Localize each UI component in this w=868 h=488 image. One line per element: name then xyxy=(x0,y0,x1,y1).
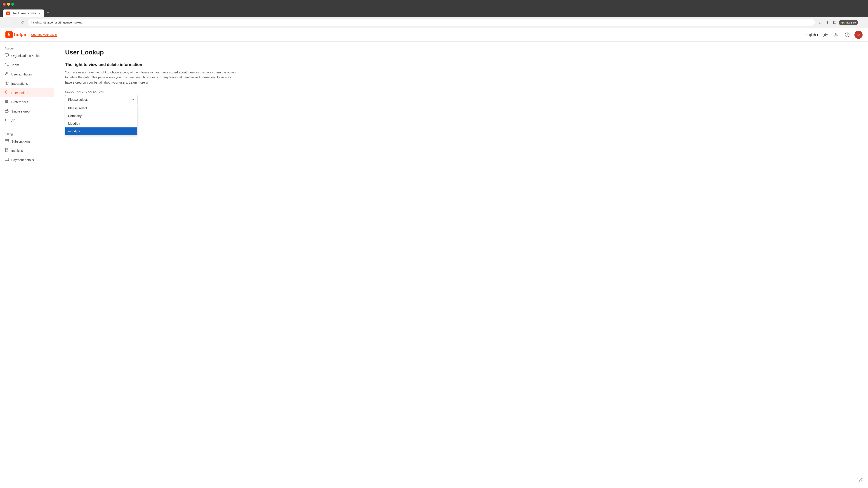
svg-rect-23 xyxy=(5,158,9,161)
org-dropdown-menu: Please select... Company 2 Moodjoy moodj… xyxy=(65,104,137,135)
new-tab-btn[interactable]: + xyxy=(44,9,52,16)
app-header: hotjar Upgrade your plans English ▾ xyxy=(0,28,868,41)
new-users-btn[interactable] xyxy=(822,31,829,38)
dropdown-option-please-select[interactable]: Please select... xyxy=(65,104,137,112)
api-label: API xyxy=(11,119,17,123)
api-icon xyxy=(4,118,9,123)
invoices-icon xyxy=(4,148,9,153)
bookmark-btn[interactable]: ☆ xyxy=(817,20,823,26)
external-link-icon: ⧉ xyxy=(146,81,148,84)
svg-point-13 xyxy=(5,91,8,93)
forward-btn[interactable]: → xyxy=(11,20,17,26)
preferences-label: Preferences xyxy=(11,100,28,104)
dropdown-option-moodjoy[interactable]: Moodjoy xyxy=(65,120,137,127)
active-tab[interactable]: H User Lookup - Hotjar × xyxy=(3,9,44,17)
sidebar: Account Organizations & sites xyxy=(0,41,54,488)
org-dropdown-container: Please select... ▼ Please select... Comp… xyxy=(65,95,137,104)
sso-label: Single sign-on xyxy=(11,109,31,113)
sidebar-item-team[interactable]: Team xyxy=(0,60,54,70)
organizations-icon xyxy=(4,53,9,58)
browser-tabs: H User Lookup - Hotjar × + xyxy=(0,8,868,17)
language-selector[interactable]: English ▾ xyxy=(805,33,818,37)
hotjar-logo-icon xyxy=(5,31,13,38)
payment-label: Payment details xyxy=(11,158,34,162)
sidebar-item-payment[interactable]: Payment details xyxy=(0,155,54,164)
payment-icon xyxy=(4,157,9,162)
svg-point-1 xyxy=(824,33,826,34)
tab-close-btn[interactable]: × xyxy=(39,11,40,15)
avatar[interactable]: U xyxy=(855,31,863,39)
svg-line-14 xyxy=(7,93,8,94)
svg-rect-7 xyxy=(5,54,8,56)
organizations-label: Organizations & sites xyxy=(11,54,41,58)
tab-label: User Lookup - Hotjar xyxy=(12,12,37,15)
section-title: The right to view and delete information xyxy=(65,62,857,67)
svg-rect-18 xyxy=(5,110,8,112)
invoices-label: Invoices xyxy=(11,149,23,153)
subscriptions-icon xyxy=(4,139,9,144)
sidebar-item-invoices[interactable]: Invoices xyxy=(0,146,54,155)
traffic-close[interactable] xyxy=(3,3,6,6)
sso-icon xyxy=(4,109,9,114)
more-btn[interactable]: ⋮ xyxy=(859,20,865,26)
user-attributes-icon xyxy=(4,72,9,77)
sidebar-item-integrations[interactable]: Integrations xyxy=(0,79,54,88)
download-btn[interactable]: ⬇ xyxy=(824,20,831,26)
preferences-icon xyxy=(4,99,9,105)
sidebar-item-user-lookup[interactable]: User lookup xyxy=(0,88,54,97)
tab-favicon: H xyxy=(6,11,10,15)
address-bar[interactable]: insights.hotjar.com/settings/user-lookup xyxy=(27,19,815,26)
integrations-icon xyxy=(4,81,9,86)
profile-btn[interactable] xyxy=(833,31,840,38)
upgrade-link[interactable]: Upgrade your plans xyxy=(31,33,57,37)
sidebar-item-organizations[interactable]: Organizations & sites xyxy=(0,51,54,60)
svg-point-12 xyxy=(6,83,7,84)
traffic-lights xyxy=(3,3,14,6)
help-btn[interactable] xyxy=(844,31,851,38)
browser-toolbar: ← → ↺ insights.hotjar.com/settings/user-… xyxy=(0,17,868,28)
dropdown-option-company2[interactable]: Company 2 xyxy=(65,112,137,120)
sidebar-item-user-attributes[interactable]: User attributes xyxy=(0,70,54,79)
incognito-badge: 🕵 Incognito xyxy=(839,20,858,25)
sidebar-item-subscriptions[interactable]: Subscriptions xyxy=(0,137,54,146)
traffic-minimize[interactable] xyxy=(7,3,10,6)
svg-point-10 xyxy=(6,63,7,64)
billing-section-label: Billing xyxy=(0,131,54,137)
sidebar-item-api[interactable]: API xyxy=(0,116,54,125)
header-left: hotjar Upgrade your plans xyxy=(5,31,57,38)
sidebar-item-sso[interactable]: Single sign-on xyxy=(0,107,54,116)
user-attributes-label: User attributes xyxy=(11,72,32,76)
svg-point-4 xyxy=(835,33,837,35)
learn-more-link[interactable]: Learn more ⧉ xyxy=(129,80,148,84)
reload-btn[interactable]: ↺ xyxy=(19,20,25,26)
svg-point-11 xyxy=(6,72,7,74)
hotjar-logo: hotjar xyxy=(5,31,27,38)
dropdown-selected-text: Please select... xyxy=(68,98,90,101)
browser-titlebar xyxy=(0,0,868,8)
browser-chrome: H User Lookup - Hotjar × + ← → ↺ insight… xyxy=(0,0,868,28)
account-section-label: Account xyxy=(0,45,54,51)
sidebar-item-preferences[interactable]: Preferences xyxy=(0,97,54,107)
lang-arrow-icon: ▾ xyxy=(817,33,818,37)
back-btn[interactable]: ← xyxy=(3,20,9,26)
app-container: hotjar Upgrade your plans English ▾ xyxy=(0,28,868,488)
svg-rect-19 xyxy=(5,139,9,142)
section-text: Your site users have the right to obtain… xyxy=(65,70,237,85)
integrations-label: Integrations xyxy=(11,82,28,86)
main-content: User Lookup The right to view and delete… xyxy=(54,41,868,488)
dropdown-option-moodjoy-selected[interactable]: moodjoy xyxy=(65,127,137,135)
org-dropdown-trigger[interactable]: Please select... ▼ xyxy=(65,95,137,104)
link-icon[interactable] xyxy=(859,478,864,484)
team-icon xyxy=(4,62,9,68)
traffic-maximize[interactable] xyxy=(11,3,14,6)
team-label: Team xyxy=(11,63,19,67)
subscriptions-label: Subscriptions xyxy=(11,140,30,143)
extensions-btn[interactable]: ⧠ xyxy=(831,20,838,26)
select-org-label: SELECT AN ORGANIZATION: xyxy=(65,90,857,93)
toolbar-actions: ☆ ⬇ ⧠ 🕵 Incognito ⋮ xyxy=(817,20,865,26)
header-right: English ▾ xyxy=(805,31,863,39)
app-body: Account Organizations & sites xyxy=(0,41,868,488)
user-lookup-icon xyxy=(4,90,9,95)
page-title: User Lookup xyxy=(65,49,857,56)
dropdown-arrow-icon: ▼ xyxy=(132,98,134,101)
